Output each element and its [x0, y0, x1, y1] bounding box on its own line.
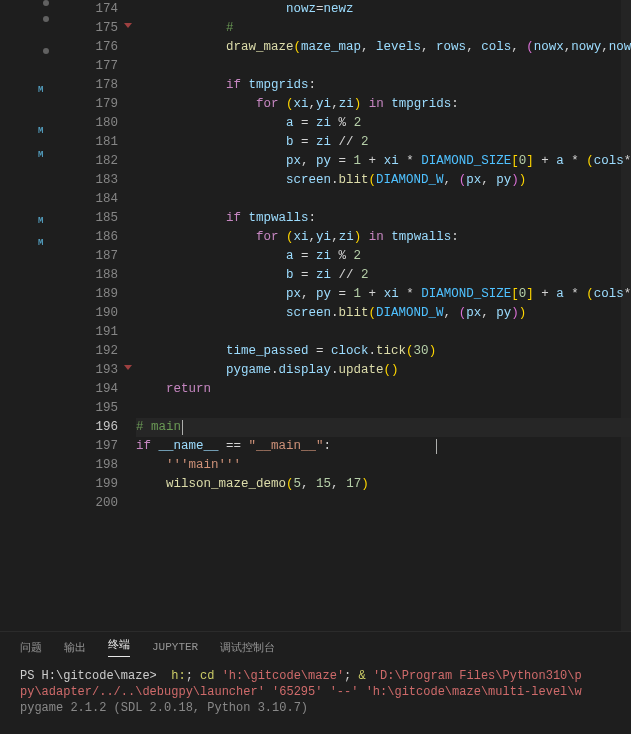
code-line[interactable]: px, py = 1 + xi * DIAMOND_SIZE[0] + a * …	[136, 285, 631, 304]
fold-indicator-icon[interactable]	[124, 365, 132, 370]
code-editor[interactable]: nowz=newz # draw_maze(maze_map, levels, …	[136, 0, 631, 631]
line-number[interactable]: 189	[60, 285, 118, 304]
code-line[interactable]: for (xi,yi,zi) in tmpgrids:	[136, 95, 631, 114]
line-number[interactable]: 200	[60, 494, 118, 513]
code-line[interactable]	[136, 323, 631, 342]
line-number[interactable]: 182	[60, 152, 118, 171]
code-line[interactable]: wilson_maze_demo(5, 15, 17)	[136, 475, 631, 494]
editor-area: MMMMM 1741751761771781791801811821831841…	[0, 0, 631, 631]
code-line[interactable]: b = zi // 2	[136, 133, 631, 152]
code-line[interactable]: screen.blit(DIAMOND_W, (px, py))	[136, 304, 631, 323]
line-number[interactable]: 188	[60, 266, 118, 285]
token: (	[526, 40, 534, 54]
token: zi	[316, 116, 331, 130]
token: ==	[226, 439, 241, 453]
token: py	[316, 287, 331, 301]
token: DIAMOND_W	[376, 173, 444, 187]
code-line[interactable]: '''main'''	[136, 456, 631, 475]
token: if	[136, 439, 151, 453]
token: maze_map	[301, 40, 361, 54]
fold-indicator-icon[interactable]	[124, 23, 132, 28]
code-line[interactable]: draw_maze(maze_map, levels, rows, cols, …	[136, 38, 631, 57]
line-number[interactable]: 178	[60, 76, 118, 95]
line-number[interactable]: 193	[60, 361, 118, 380]
panel-tab-output[interactable]: 输出	[64, 640, 86, 655]
terminal-content[interactable]: PS H:\gitcode\maze> h:; cd 'h:\gitcode\m…	[0, 662, 631, 734]
code-line[interactable]: b = zi // 2	[136, 266, 631, 285]
line-number[interactable]: 195	[60, 399, 118, 418]
token: ,	[466, 40, 481, 54]
token	[331, 116, 339, 130]
token: px	[286, 287, 301, 301]
code-line[interactable]: for (xi,yi,zi) in tmpwalls:	[136, 228, 631, 247]
line-number[interactable]: 196	[60, 418, 118, 437]
panel-tab-debug[interactable]: 调试控制台	[220, 640, 275, 655]
line-number[interactable]: 197	[60, 437, 118, 456]
code-line[interactable]: if __name__ == "__main__":	[136, 437, 631, 456]
token	[136, 382, 166, 396]
line-number[interactable]: 177	[60, 57, 118, 76]
line-number-gutter[interactable]: 1741751761771781791801811821831841851861…	[60, 0, 136, 631]
token: 30	[414, 344, 429, 358]
line-number[interactable]: 194	[60, 380, 118, 399]
token: 1	[354, 287, 362, 301]
code-line[interactable]: #	[136, 19, 631, 38]
code-line[interactable]: a = zi % 2	[136, 114, 631, 133]
line-number[interactable]: 184	[60, 190, 118, 209]
token: 1	[354, 154, 362, 168]
code-line[interactable]: if tmpgrids:	[136, 76, 631, 95]
code-line[interactable]: # main	[136, 418, 631, 437]
token: tmpwalls	[391, 230, 451, 244]
minimap[interactable]: MMMMM	[0, 0, 60, 631]
token: (	[406, 344, 414, 358]
line-number[interactable]: 187	[60, 247, 118, 266]
line-number[interactable]: 183	[60, 171, 118, 190]
panel-tab-jupyter[interactable]: JUPYTER	[152, 641, 198, 653]
token: py	[496, 173, 511, 187]
token: 17	[346, 477, 361, 491]
token	[241, 439, 249, 453]
panel-tab-terminal[interactable]: 终端	[108, 637, 130, 657]
line-number[interactable]: 176	[60, 38, 118, 57]
token: =	[309, 344, 332, 358]
code-line[interactable]: time_passed = clock.tick(30)	[136, 342, 631, 361]
line-number[interactable]: 181	[60, 133, 118, 152]
token: blit	[339, 306, 369, 320]
line-number[interactable]: 191	[60, 323, 118, 342]
token: wilson_maze_demo	[166, 477, 286, 491]
code-line[interactable]	[136, 190, 631, 209]
minimap-marker-modified: M	[38, 126, 43, 136]
line-number[interactable]: 186	[60, 228, 118, 247]
terminal-prompt: PS H:\gitcode\maze>	[20, 669, 164, 683]
token: a	[286, 116, 294, 130]
terminal-line: pygame 2.1.2 (SDL 2.0.18, Python 3.10.7)	[20, 700, 631, 716]
line-number[interactable]: 190	[60, 304, 118, 323]
code-line[interactable]	[136, 399, 631, 418]
line-number[interactable]: 175	[60, 19, 118, 38]
minimap-marker-modified: M	[38, 216, 43, 226]
code-line[interactable]: if tmpwalls:	[136, 209, 631, 228]
code-line[interactable]: px, py = 1 + xi * DIAMOND_SIZE[0] + a * …	[136, 152, 631, 171]
panel-tab-problems[interactable]: 问题	[20, 640, 42, 655]
line-number[interactable]: 185	[60, 209, 118, 228]
token: newz	[324, 2, 354, 16]
token: (	[459, 306, 467, 320]
token: return	[166, 382, 211, 396]
code-line[interactable]	[136, 57, 631, 76]
code-line[interactable]: screen.blit(DIAMOND_W, (px, py))	[136, 171, 631, 190]
line-number[interactable]: 192	[60, 342, 118, 361]
line-number[interactable]: 174	[60, 0, 118, 19]
token: DIAMOND_W	[376, 306, 444, 320]
line-number[interactable]: 179	[60, 95, 118, 114]
token: zi	[339, 230, 354, 244]
code-line[interactable]: return	[136, 380, 631, 399]
code-line[interactable]: nowz=newz	[136, 0, 631, 19]
code-line[interactable]	[136, 494, 631, 513]
line-number[interactable]: 199	[60, 475, 118, 494]
code-line[interactable]: pygame.display.update()	[136, 361, 631, 380]
line-number[interactable]: 180	[60, 114, 118, 133]
line-number[interactable]: 198	[60, 456, 118, 475]
minimap-marker-modified: M	[38, 238, 43, 248]
token: yi	[316, 97, 331, 111]
code-line[interactable]: a = zi % 2	[136, 247, 631, 266]
